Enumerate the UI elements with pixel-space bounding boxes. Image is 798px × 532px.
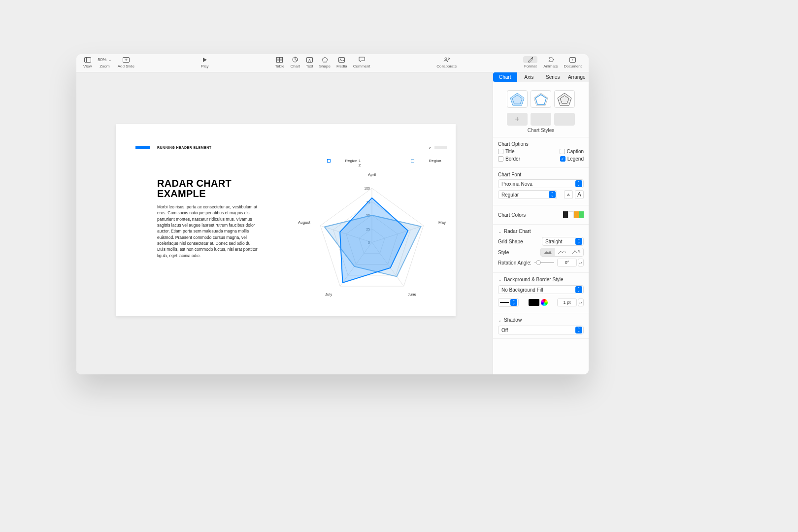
shadow-header[interactable]: Shadow: [498, 317, 584, 323]
toolbar-zoom[interactable]: 50% ⌄ Zoom: [98, 56, 112, 68]
tab-series[interactable]: Series: [541, 72, 565, 82]
dropdown-arrows-icon: ⌃⌄: [575, 238, 582, 245]
toolbar-add-slide-label: Add Slide: [118, 64, 134, 68]
radar-chart-header[interactable]: Radar Chart: [498, 229, 584, 234]
svg-point-17: [448, 58, 449, 60]
add-style-button[interactable]: +: [507, 113, 528, 126]
font-family-select[interactable]: Proxima Nova⌃⌄: [498, 179, 584, 188]
chart-styles-section: + Chart Styles: [493, 82, 589, 137]
radar-style-segmented[interactable]: [540, 248, 584, 257]
stroke-style-select[interactable]: ⌃⌄: [498, 298, 519, 307]
background-fill-select[interactable]: No Background Fill⌃⌄: [498, 285, 584, 294]
svg-marker-43: [544, 251, 552, 254]
format-icon: [523, 56, 537, 63]
app-window: View 50% ⌄ Zoom Add Slide Play Table Cha…: [76, 54, 589, 374]
chart-options-header: Chart Options: [498, 141, 584, 147]
radar-style-line-icon[interactable]: [555, 248, 569, 256]
slide-body-text: Morbi leo risus, porta ac consectetur ac…: [157, 204, 258, 259]
font-size-larger-button[interactable]: A: [575, 190, 584, 199]
rotation-angle-label: Rotation Angle:: [498, 260, 532, 266]
toolbar-view[interactable]: View: [83, 56, 92, 68]
stroke-width-stepper[interactable]: ▴▾: [578, 299, 584, 306]
shadow-select[interactable]: Off⌃⌄: [498, 326, 584, 334]
option-caption-checkbox[interactable]: Caption: [560, 149, 584, 154]
stroke-width-value[interactable]: 1 pt: [557, 299, 577, 306]
background-border-header[interactable]: Background & Border Style: [498, 277, 584, 282]
option-border-checkbox[interactable]: Border: [498, 156, 520, 162]
dropdown-arrows-icon: ⌃⌄: [510, 299, 517, 306]
toolbar-media[interactable]: Media: [336, 56, 347, 68]
radar-style-dots-icon[interactable]: [569, 248, 583, 256]
toolbar-format[interactable]: Format: [523, 56, 537, 68]
toolbar-add-slide[interactable]: Add Slide: [118, 56, 134, 68]
inspector-tabs: Chart Axis Series Arrange: [493, 72, 589, 82]
svg-text:100: 100: [364, 187, 370, 190]
slide[interactable]: RUNNING HEADER ELEMENT 2 RADAR CHART EXA…: [116, 124, 456, 316]
tab-arrange[interactable]: Arrange: [565, 72, 589, 82]
document-icon: [569, 56, 576, 63]
font-weight-select[interactable]: Regular⌃⌄: [498, 190, 557, 199]
toolbar-collaborate[interactable]: Collaborate: [436, 56, 457, 68]
toolbar-zoom-label: Zoom: [100, 64, 109, 68]
header-accent-bar: [135, 146, 150, 149]
chart-style-2[interactable]: [531, 90, 551, 108]
plus-slide-icon: [123, 56, 130, 63]
shadow-section: Shadow Off⌃⌄: [493, 313, 589, 339]
slide-title: RADAR CHART EXAMPLE: [157, 178, 232, 199]
svg-marker-18: [549, 58, 554, 62]
color-picker-icon[interactable]: [541, 299, 548, 306]
chart-colors-header: Chart Colors: [498, 212, 526, 218]
zoom-value: 50% ⌄: [98, 56, 112, 63]
chart-color-palette[interactable]: [563, 211, 584, 218]
stroke-color-well[interactable]: [529, 299, 539, 306]
stroke-line-icon: [500, 302, 509, 303]
rotation-angle-stepper[interactable]: ▴▾: [578, 259, 584, 266]
svg-point-20: [572, 59, 573, 60]
style-slot-2[interactable]: [531, 113, 551, 126]
svg-marker-13: [322, 57, 328, 62]
toolbar-text[interactable]: A Text: [306, 56, 313, 68]
text-icon: A: [306, 56, 313, 63]
radar-chart[interactable]: Region 1 Region 2 April May June July Au…: [298, 159, 446, 306]
style-slot-3[interactable]: [554, 113, 575, 126]
chart-style-3[interactable]: [554, 90, 575, 108]
toolbar-play-label: Play: [201, 64, 209, 68]
option-title-checkbox[interactable]: Title: [498, 149, 515, 154]
running-header: RUNNING HEADER ELEMENT: [157, 146, 212, 149]
sidebar-icon: [84, 56, 91, 63]
rotation-angle-value[interactable]: 0°: [557, 259, 577, 266]
inspector-panel: Chart Axis Series Arrange + Chart Styles…: [493, 72, 589, 374]
collaborate-icon: [443, 56, 450, 63]
chart-style-1[interactable]: [507, 90, 528, 108]
rotation-angle-slider[interactable]: [534, 262, 554, 263]
dropdown-arrows-icon: ⌃⌄: [575, 180, 582, 187]
chart-icon: [292, 56, 298, 63]
tab-chart[interactable]: Chart: [493, 72, 517, 82]
toolbar-table[interactable]: Table: [275, 56, 284, 68]
animate-icon: [547, 56, 554, 63]
toolbar-animate[interactable]: Animate: [543, 56, 558, 68]
table-icon: [276, 56, 283, 63]
toolbar: View 50% ⌄ Zoom Add Slide Play Table Cha…: [76, 54, 589, 72]
grid-shape-select[interactable]: Straight⌃⌄: [542, 237, 584, 246]
option-legend-checkbox[interactable]: ✓Legend: [560, 156, 584, 162]
toolbar-comment[interactable]: Comment: [353, 56, 370, 68]
font-size-smaller-button[interactable]: A: [564, 190, 573, 199]
svg-marker-5: [203, 58, 207, 62]
grid-shape-label: Grid Shape: [498, 239, 523, 244]
dropdown-arrows-icon: ⌃⌄: [549, 191, 556, 198]
toolbar-shape[interactable]: Shape: [319, 56, 331, 68]
tab-axis[interactable]: Axis: [517, 72, 541, 82]
toolbar-chart[interactable]: Chart: [291, 56, 300, 68]
media-icon: [338, 56, 345, 63]
radar-style-filled-icon[interactable]: [541, 248, 555, 256]
toolbar-document[interactable]: Document: [564, 56, 582, 68]
svg-rect-0: [84, 57, 91, 62]
svg-text:A: A: [308, 58, 311, 62]
play-icon: [202, 56, 207, 63]
toolbar-play[interactable]: Play: [201, 56, 209, 68]
slide-page-number: 2: [429, 146, 431, 150]
chart-font-header: Chart Font: [498, 172, 584, 177]
comment-icon: [359, 56, 365, 63]
svg-point-16: [445, 58, 447, 60]
